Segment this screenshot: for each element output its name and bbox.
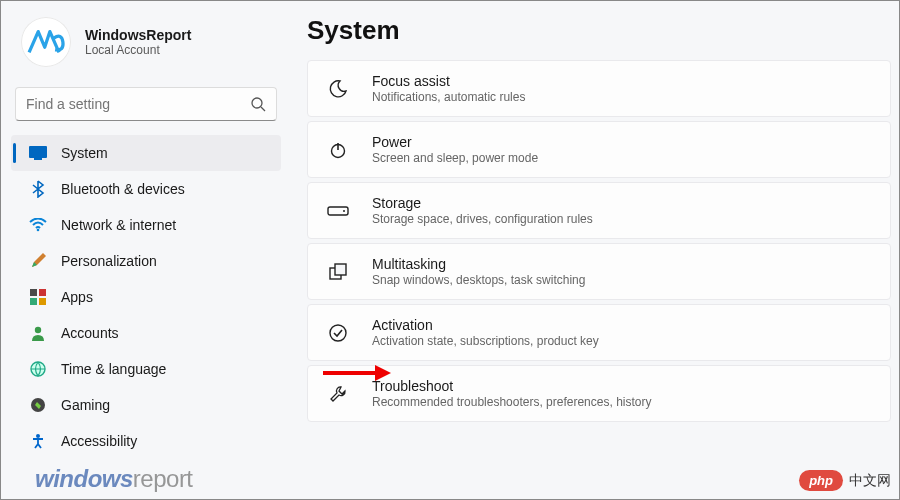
card-storage[interactable]: StorageStorage space, drives, configurat… — [307, 182, 891, 239]
svg-point-12 — [36, 434, 40, 438]
page-title: System — [307, 15, 891, 46]
svg-point-4 — [37, 229, 40, 232]
nav-personalization[interactable]: Personalization — [11, 243, 281, 279]
bluetooth-icon — [29, 180, 47, 198]
wrench-icon — [326, 382, 350, 406]
card-sub: Notifications, automatic rules — [372, 90, 525, 104]
nav-label: Bluetooth & devices — [61, 181, 185, 197]
power-icon — [326, 138, 350, 162]
avatar — [21, 17, 71, 67]
nav-label: Time & language — [61, 361, 166, 377]
gaming-icon — [29, 396, 47, 414]
svg-rect-6 — [39, 289, 46, 296]
nav-accounts[interactable]: Accounts — [11, 315, 281, 351]
nav-apps[interactable]: Apps — [11, 279, 281, 315]
svg-rect-8 — [39, 298, 46, 305]
card-activation[interactable]: ActivationActivation state, subscription… — [307, 304, 891, 361]
svg-line-1 — [261, 107, 265, 111]
svg-rect-7 — [30, 298, 37, 305]
card-title: Troubleshoot — [372, 378, 651, 394]
card-sub: Storage space, drives, configuration rul… — [372, 212, 593, 226]
wifi-icon — [29, 216, 47, 234]
search-box[interactable] — [15, 87, 277, 121]
sidebar: WindowsReport Local Account System Bluet… — [1, 1, 291, 499]
svg-point-0 — [252, 98, 262, 108]
watermark-php-cn: php中文网 — [799, 470, 891, 491]
card-title: Focus assist — [372, 73, 525, 89]
nav-gaming[interactable]: Gaming — [11, 387, 281, 423]
svg-rect-3 — [34, 158, 42, 160]
svg-point-16 — [343, 210, 345, 212]
person-icon — [29, 324, 47, 342]
system-icon — [29, 144, 47, 162]
card-title: Activation — [372, 317, 599, 333]
settings-card-list: Focus assistNotifications, automatic rul… — [307, 60, 891, 422]
card-sub: Snap windows, desktops, task switching — [372, 273, 585, 287]
card-power[interactable]: PowerScreen and sleep, power mode — [307, 121, 891, 178]
card-title: Multitasking — [372, 256, 585, 272]
accessibility-icon — [29, 432, 47, 450]
nav-network[interactable]: Network & internet — [11, 207, 281, 243]
globe-icon — [29, 360, 47, 378]
card-focus-assist[interactable]: Focus assistNotifications, automatic rul… — [307, 60, 891, 117]
check-circle-icon — [326, 321, 350, 345]
moon-icon — [326, 77, 350, 101]
search-input[interactable] — [26, 96, 250, 112]
nav-label: Personalization — [61, 253, 157, 269]
nav-label: Gaming — [61, 397, 110, 413]
nav-label: Network & internet — [61, 217, 176, 233]
card-title: Power — [372, 134, 538, 150]
profile-sub: Local Account — [85, 43, 191, 57]
card-title: Storage — [372, 195, 593, 211]
nav-bluetooth[interactable]: Bluetooth & devices — [11, 171, 281, 207]
svg-rect-18 — [335, 264, 346, 275]
nav-accessibility[interactable]: Accessibility — [11, 423, 281, 459]
nav-label: Apps — [61, 289, 93, 305]
nav-label: Accounts — [61, 325, 119, 341]
nav-time-language[interactable]: Time & language — [11, 351, 281, 387]
watermark-windowsreport: windowsreport — [35, 465, 193, 493]
svg-rect-5 — [30, 289, 37, 296]
multitask-icon — [326, 260, 350, 284]
annotation-arrow — [321, 361, 391, 385]
card-sub: Screen and sleep, power mode — [372, 151, 538, 165]
svg-point-19 — [330, 325, 346, 341]
nav: System Bluetooth & devices Network & int… — [11, 135, 281, 459]
card-troubleshoot[interactable]: TroubleshootRecommended troubleshooters,… — [307, 365, 891, 422]
apps-icon — [29, 288, 47, 306]
svg-rect-2 — [29, 146, 47, 158]
nav-label: System — [61, 145, 108, 161]
card-sub: Activation state, subscriptions, product… — [372, 334, 599, 348]
card-multitasking[interactable]: MultitaskingSnap windows, desktops, task… — [307, 243, 891, 300]
nav-label: Accessibility — [61, 433, 137, 449]
profile-name: WindowsReport — [85, 27, 191, 43]
svg-marker-21 — [375, 365, 391, 381]
storage-icon — [326, 199, 350, 223]
card-sub: Recommended troubleshooters, preferences… — [372, 395, 651, 409]
nav-system[interactable]: System — [11, 135, 281, 171]
svg-point-9 — [35, 327, 41, 333]
main-panel: System Focus assistNotifications, automa… — [291, 1, 899, 499]
search-icon — [250, 96, 266, 112]
brush-icon — [29, 252, 47, 270]
profile-block[interactable]: WindowsReport Local Account — [11, 11, 281, 81]
